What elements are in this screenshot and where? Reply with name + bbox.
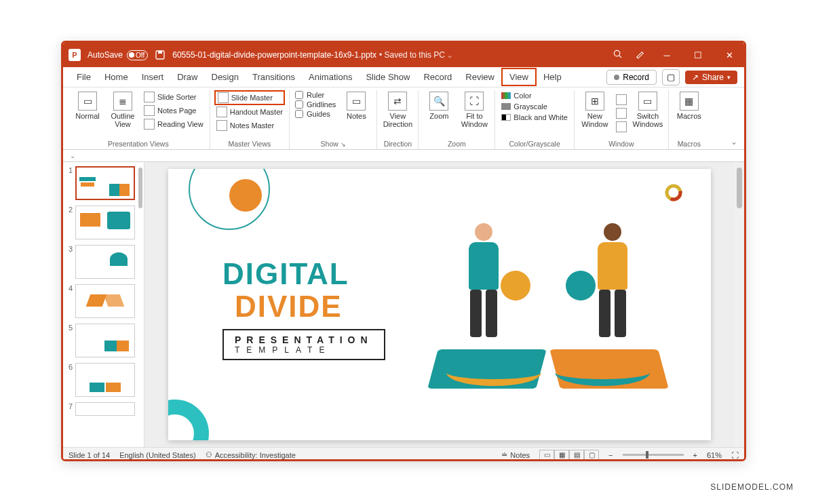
menu-slideshow[interactable]: Slide Show — [359, 69, 416, 85]
cascade-button[interactable] — [614, 106, 629, 120]
thumb-number: 3 — [66, 245, 73, 253]
thumbnail-7[interactable] — [75, 402, 135, 416]
autosave-toggle[interactable]: Off — [127, 50, 148, 60]
titlebar: P AutoSave Off 60555-01-digital-divide-p… — [63, 43, 744, 67]
thumbnail-2[interactable] — [75, 206, 135, 239]
menu-animations[interactable]: Animations — [302, 69, 359, 85]
zoom-percent[interactable]: 61% — [707, 451, 722, 459]
newwin-icon: ⊞ — [585, 92, 604, 111]
thumbnail-1[interactable] — [75, 166, 135, 200]
group-master-views: Slide Master Handout Master Notes Master… — [210, 90, 290, 149]
fit-to-window-icon[interactable]: ⛶ — [731, 451, 739, 459]
collapse-ribbon-icon[interactable]: ⌄ — [731, 137, 737, 147]
outline-view-button[interactable]: ≣Outline View — [106, 90, 139, 130]
ribbon: ▭Normal ≣Outline View Slide Sorter Notes… — [63, 88, 744, 150]
menu-file[interactable]: File — [70, 69, 98, 85]
notes-page-button[interactable]: Notes Page — [142, 104, 206, 117]
menu-record[interactable]: Record — [416, 69, 459, 85]
language-status[interactable]: English (United States) — [119, 451, 196, 459]
dialog-launcher-icon[interactable]: ↘ — [341, 141, 346, 148]
record-label: Record — [623, 73, 649, 82]
search-icon[interactable] — [613, 49, 623, 61]
notes-toggle[interactable]: ≐Notes — [501, 450, 530, 459]
pen-icon[interactable] — [635, 49, 645, 61]
fit-window-button[interactable]: ⛶Fit to Window — [458, 90, 490, 130]
share-label: Share — [702, 73, 724, 82]
accessibility-status[interactable]: ⚇Accessibility: Investigate — [206, 450, 296, 459]
switch-windows-button[interactable]: ▭Switch Windows — [632, 90, 664, 130]
zoom-slider[interactable] — [623, 454, 684, 456]
close-button[interactable]: ✕ — [720, 45, 739, 64]
slide-title-1[interactable]: DIGITAL — [222, 257, 349, 291]
handout-master-button[interactable]: Handout Master — [214, 105, 285, 119]
present-button[interactable]: ▢ — [662, 69, 680, 85]
thumbnail-3[interactable] — [75, 245, 135, 279]
slide-sorter-button[interactable]: Slide Sorter — [142, 90, 206, 104]
notes-master-button[interactable]: Notes Master — [214, 119, 285, 132]
qat-overflow-icon[interactable]: ⌄ — [70, 152, 75, 159]
save-icon[interactable] — [155, 50, 166, 60]
macros-button[interactable]: ▦Macros — [673, 90, 705, 121]
title-chevron-icon[interactable]: ⌵ — [448, 52, 452, 59]
thumb-number: 2 — [66, 206, 73, 214]
vertical-scrollbar[interactable] — [735, 162, 744, 447]
menu-insert[interactable]: Insert — [135, 69, 171, 85]
qat-row: ⌄ — [63, 150, 744, 162]
menu-home[interactable]: Home — [98, 69, 135, 85]
notesmaster-label: Notes Master — [230, 121, 274, 130]
menu-help[interactable]: Help — [537, 69, 568, 85]
group-label: Presentation Views — [71, 138, 206, 149]
guides-checkbox[interactable]: Guides — [294, 109, 337, 119]
record-button[interactable]: Record — [606, 70, 657, 85]
zoom-button[interactable]: 🔍Zoom — [423, 90, 455, 121]
minimize-button[interactable]: ─ — [657, 45, 676, 64]
direction-label: View Direction — [383, 112, 412, 128]
sorter-view-icon[interactable]: ▦ — [554, 450, 569, 461]
grayscale-button[interactable]: Grayscale — [499, 101, 569, 112]
svg-rect-1 — [158, 51, 162, 54]
reading-view-icon[interactable]: ▤ — [569, 450, 584, 461]
menu-transitions[interactable]: Transitions — [246, 69, 302, 85]
normal-view-icon[interactable]: ▭ — [539, 450, 554, 461]
menu-review[interactable]: Review — [459, 69, 501, 85]
accessibility-label: Accessibility: Investigate — [215, 451, 296, 459]
gridlines-checkbox[interactable]: Gridlines — [294, 100, 337, 109]
share-button[interactable]: ↗Share▾ — [685, 71, 737, 84]
slide-subtitle-box[interactable]: PRESENTATION TEMPLATE — [222, 329, 385, 360]
color-button[interactable]: Color — [499, 90, 569, 101]
notes-button[interactable]: ▭Notes — [340, 90, 372, 121]
slide-title-2[interactable]: DIVIDE — [235, 290, 343, 324]
notes-status-icon: ≐ — [501, 450, 507, 459]
color-icon — [501, 92, 511, 99]
ruler-label: Ruler — [307, 91, 324, 99]
thumbnail-pane[interactable]: 1 2 3 4 5 6 7 — [63, 162, 144, 447]
zoom-out-button[interactable]: − — [608, 451, 613, 459]
normal-view-button[interactable]: ▭Normal — [71, 90, 104, 121]
menu-design[interactable]: Design — [205, 69, 246, 85]
bw-button[interactable]: Black and White — [499, 112, 569, 123]
group-label: Macros — [673, 138, 705, 149]
arrange-all-button[interactable] — [614, 93, 629, 106]
slideshow-view-icon[interactable]: ▢ — [584, 450, 599, 461]
menu-view[interactable]: View — [501, 68, 537, 86]
reading-view-button[interactable]: Reading View — [142, 117, 206, 131]
slide-master-button[interactable]: Slide Master — [214, 90, 285, 105]
menu-draw[interactable]: Draw — [170, 69, 204, 85]
group-macros: ▦Macros Macros — [669, 90, 710, 149]
thumbnail-4[interactable] — [75, 284, 135, 318]
group-label: Window — [579, 138, 664, 149]
ruler-checkbox[interactable]: Ruler — [294, 90, 337, 100]
zoom-in-button[interactable]: + — [693, 451, 697, 459]
slide-counter[interactable]: Slide 1 of 14 — [69, 451, 110, 459]
slide-canvas-area[interactable]: DIGITAL DIVIDE PRESENTATION TEMPLATE — [144, 162, 735, 447]
thumbnail-5[interactable] — [75, 324, 135, 357]
thumb-scrollbar[interactable] — [138, 168, 142, 208]
maximize-button[interactable]: ☐ — [689, 45, 708, 64]
slide-canvas[interactable]: DIGITAL DIVIDE PRESENTATION TEMPLATE — [168, 169, 711, 440]
move-split-button[interactable] — [614, 120, 629, 134]
new-window-button[interactable]: ⊞New Window — [579, 90, 611, 130]
autosave-state: Off — [136, 52, 144, 59]
thumb-number: 5 — [66, 324, 73, 332]
thumbnail-6[interactable] — [75, 363, 135, 397]
view-direction-button[interactable]: ⇄View Direction — [381, 90, 414, 130]
